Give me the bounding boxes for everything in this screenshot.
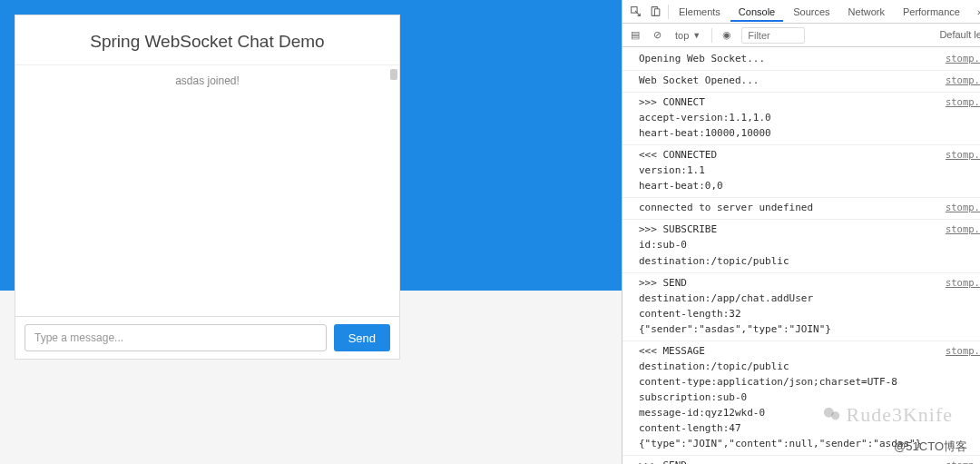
log-line: subscription:sub-0: [639, 390, 980, 405]
separator: [711, 28, 712, 43]
log-line: message-id:qyz12wkd-0: [639, 405, 980, 420]
log-source-link[interactable]: stomp.min.js:8: [946, 200, 980, 214]
console-log-entry: stomp.min.js:8>>> SENDdestination:/app/c…: [622, 273, 980, 341]
log-line: <<< CONNECTED: [639, 147, 980, 163]
tab-console[interactable]: Console: [730, 2, 783, 22]
tab-sources[interactable]: Sources: [785, 2, 838, 22]
chat-window: Spring WebSocket Chat Demo asdas joined!: [15, 15, 400, 360]
console-log-entry: stomp.min.js:8<<< MESSAGEdestination:/to…: [622, 341, 980, 456]
log-line: heart-beat:0,0: [639, 178, 980, 193]
console-log-entry: stomp.min.js:8>>> CONNECTaccept-version:…: [622, 93, 980, 145]
log-line: content-length:47: [639, 420, 980, 436]
devtools-tabbar: Elements Console Sources Network Perform…: [622, 0, 980, 24]
chat-messages: asdas joined!: [15, 65, 399, 359]
console-toolbar: ▤ ⊘ top ▼ ◉ Default levels ▾ ⚙: [622, 24, 980, 47]
log-source-link[interactable]: stomp.min.js:8: [946, 222, 980, 236]
scrollbar-thumb[interactable]: [390, 69, 397, 80]
log-line: Web Socket Opened...: [639, 73, 980, 88]
log-source-link[interactable]: stomp.min.js:8: [946, 94, 980, 109]
log-source-link[interactable]: stomp.min.js:8: [946, 275, 980, 290]
log-line: heart-beat:10000,10000: [639, 125, 980, 141]
tab-network[interactable]: Network: [840, 2, 893, 22]
log-levels-selector[interactable]: Default levels ▾: [939, 29, 980, 41]
log-line: {"sender":"asdas","type":"JOIN"}: [639, 321, 980, 337]
log-line: >>> SUBSCRIBE: [639, 222, 980, 237]
clear-console-icon[interactable]: ⊘: [650, 29, 664, 41]
log-source-link[interactable]: stomp.min.js:8: [946, 458, 980, 464]
console-log-entry: stomp.min.js:8<<< CONNECTEDversion:1.1he…: [622, 145, 980, 198]
chat-input-bar: Send: [15, 316, 400, 360]
tab-elements[interactable]: Elements: [671, 2, 729, 22]
chat-title: Spring WebSocket Chat Demo: [15, 15, 399, 65]
log-line: {"type":"JOIN","content":null,"sender":"…: [639, 436, 980, 451]
devtools-panel: Elements Console Sources Network Perform…: [622, 0, 980, 464]
live-expression-icon[interactable]: ◉: [720, 29, 734, 41]
log-line: destination:/topic/public: [639, 359, 980, 374]
console-log-entry: stomp.min.js:8>>> SUBSCRIBEid:sub-0desti…: [622, 220, 980, 272]
console-log-entry: stomp.min.js:8>>> SENDdestination:/app/c…: [622, 456, 980, 464]
log-line: <<< MESSAGE: [639, 343, 980, 359]
chevron-down-icon: ▼: [692, 31, 701, 40]
separator: [668, 5, 669, 19]
console-log-entry: stomp.min.js:8Opening Web Socket...: [622, 49, 980, 71]
log-line: destination:/topic/public: [639, 253, 980, 269]
console-log-entry: stomp.min.js:8Web Socket Opened...: [622, 71, 980, 93]
send-button[interactable]: Send: [334, 324, 390, 351]
log-line: content-type:application/json;charset=UT…: [639, 374, 980, 390]
log-line: accept-version:1.1,1.0: [639, 110, 980, 125]
log-line: >>> SEND: [639, 275, 980, 291]
log-source-link[interactable]: stomp.min.js:8: [946, 73, 980, 87]
log-line: >>> CONNECT: [639, 94, 980, 110]
log-line: content-length:32: [639, 306, 980, 321]
log-line: id:sub-0: [639, 237, 980, 252]
log-source-link[interactable]: stomp.min.js:8: [946, 343, 980, 358]
log-source-link[interactable]: stomp.min.js:8: [946, 51, 980, 65]
log-line: version:1.1: [639, 163, 980, 178]
log-line: destination:/app/chat.addUser: [639, 291, 980, 306]
context-label: top: [675, 30, 689, 41]
log-line: Opening Web Socket...: [639, 51, 980, 66]
svg-rect-2: [654, 9, 659, 16]
log-line: connected to server undefined: [639, 200, 980, 215]
sidebar-toggle-icon[interactable]: ▤: [628, 29, 642, 41]
log-source-link[interactable]: stomp.min.js:8: [946, 147, 980, 162]
console-log-entry: stomp.min.js:8connected to server undefi…: [622, 198, 980, 220]
inspect-icon[interactable]: [628, 5, 642, 19]
device-toggle-icon[interactable]: [648, 5, 662, 19]
context-selector[interactable]: top ▼: [671, 28, 704, 43]
tabs-overflow-icon[interactable]: »: [974, 3, 980, 21]
log-line: >>> SEND: [639, 458, 980, 464]
join-message: asdas joined!: [175, 74, 240, 87]
tab-performance[interactable]: Performance: [895, 2, 968, 22]
message-input[interactable]: [24, 324, 327, 351]
console-filter-input[interactable]: [741, 27, 805, 44]
console-output[interactable]: stomp.min.js:8Opening Web Socket...stomp…: [622, 47, 980, 464]
